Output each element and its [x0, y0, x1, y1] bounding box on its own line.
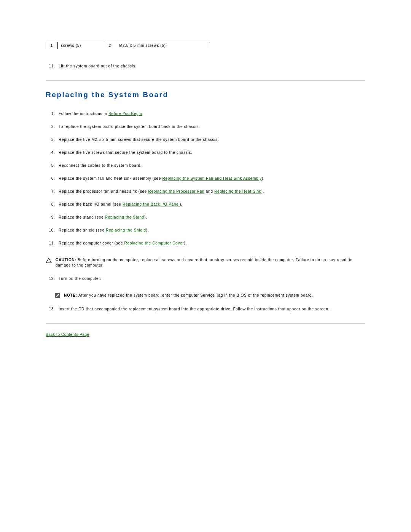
end-divider: [46, 323, 365, 324]
step-11-text-b: ).: [184, 241, 187, 245]
caution-body: Before turning on the computer, replace …: [56, 258, 352, 267]
callout-table: 1 screws (5) 2 M2.5 x 5-mm screws (5): [46, 42, 210, 49]
link-replacing-computer-cover[interactable]: Replacing the Computer Cover: [124, 241, 184, 245]
callout-2-label: M2.5 x 5-mm screws (5): [116, 42, 210, 49]
post-caution-steps: Turn on the computer.: [46, 272, 365, 285]
note-body: After you have replaced the system board…: [78, 293, 313, 297]
step-7-text-b: ).: [261, 189, 264, 193]
step-6: Replace the system fan and heat sink ass…: [56, 172, 365, 185]
step-5: Reconnect the cables to the system board…: [56, 159, 365, 172]
step-12: Turn on the computer.: [56, 272, 365, 285]
step-13: Insert the CD that accompanied the repla…: [56, 303, 365, 316]
document-body: 1 screws (5) 2 M2.5 x 5-mm screws (5) Li…: [0, 0, 411, 353]
step-9: Replace the stand (see Replacing the Sta…: [56, 211, 365, 224]
step-7-text-a: Replace the processor fan and heat sink …: [59, 189, 148, 193]
step-11-text-a: Replace the computer cover (see: [59, 241, 124, 245]
step-6-text-a: Replace the system fan and heat sink ass…: [59, 176, 162, 181]
step-8-text-b: ).: [180, 202, 183, 206]
caution-label: CAUTION:: [56, 258, 78, 262]
step-2: To replace the system board place the sy…: [56, 120, 365, 133]
callout-1-number: 1: [46, 42, 58, 49]
link-replacing-shield[interactable]: Replacing the Shield: [106, 228, 146, 232]
step-11: Replace the computer cover (see Replacin…: [56, 237, 365, 250]
step-1-text-b: .: [142, 112, 143, 116]
note-text: NOTE: After you have replaced the system…: [64, 293, 313, 298]
step-9-text-b: ).: [144, 215, 147, 219]
link-replacing-system-fan[interactable]: Replacing the System Fan and Heat Sink A…: [162, 176, 262, 181]
link-replacing-heat-sink[interactable]: Replacing the Heat Sink: [214, 189, 261, 193]
section-divider: [46, 80, 365, 81]
back-to-contents-link[interactable]: Back to Contents Page: [46, 332, 89, 337]
step-6-text-b: ).: [262, 176, 265, 181]
step-9-text-a: Replace the stand (see: [59, 215, 105, 219]
step-8-text-a: Replace the back I/O panel (see: [59, 202, 123, 206]
link-replacing-stand[interactable]: Replacing the Stand: [105, 215, 144, 219]
callout-1-label: screws (5): [58, 42, 104, 49]
caution-triangle-icon: [46, 258, 52, 263]
step-4: Replace the five screws that secure the …: [56, 146, 365, 159]
step-11-pre: Lift the system board out of the chassis…: [56, 60, 365, 73]
link-replacing-back-io-panel[interactable]: Replacing the Back I/O Panel: [123, 202, 180, 206]
table-row: 1 screws (5) 2 M2.5 x 5-mm screws (5): [46, 42, 210, 49]
step-7-mid: and: [204, 189, 214, 193]
step-8: Replace the back I/O panel (see Replacin…: [56, 198, 365, 211]
caution-block: CAUTION: Before turning on the computer,…: [46, 257, 365, 268]
pre-steps-list: Lift the system board out of the chassis…: [46, 60, 365, 73]
note-icon: [55, 293, 60, 298]
final-steps: Insert the CD that accompanied the repla…: [46, 303, 365, 316]
step-10: Replace the shield (see Replacing the Sh…: [56, 224, 365, 237]
step-10-text-a: Replace the shield (see: [59, 228, 106, 232]
replacing-steps-list: Follow the instructions in Before You Be…: [46, 107, 365, 250]
step-7: Replace the processor fan and heat sink …: [56, 185, 365, 198]
step-10-text-b: ).: [146, 228, 149, 232]
callout-2-number: 2: [104, 42, 116, 49]
note-label: NOTE:: [64, 293, 78, 297]
link-replacing-processor-fan[interactable]: Replacing the Processor Fan: [148, 189, 205, 193]
svg-marker-0: [46, 258, 51, 263]
link-before-you-begin[interactable]: Before You Begin: [108, 112, 142, 116]
caution-text: CAUTION: Before turning on the computer,…: [56, 257, 365, 268]
section-heading: Replacing the System Board: [46, 91, 365, 99]
note-block: NOTE: After you have replaced the system…: [46, 293, 365, 298]
step-3: Replace the five M2.5 x 5-mm screws that…: [56, 133, 365, 146]
step-1-text-a: Follow the instructions in: [59, 112, 108, 116]
step-1: Follow the instructions in Before You Be…: [56, 107, 365, 120]
